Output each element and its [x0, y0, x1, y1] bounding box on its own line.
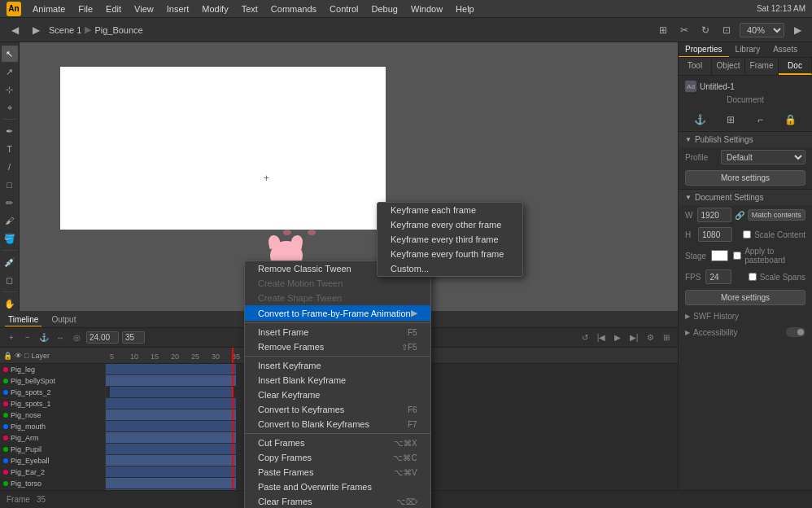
tab-assets[interactable]: Assets [766, 42, 804, 57]
clip-icon[interactable]: ✂ [676, 22, 692, 38]
ctx-insert-frame[interactable]: Insert Frame F5 [245, 325, 430, 339]
free-transform-tool[interactable]: ⊹ [2, 81, 18, 98]
ctx-cut-frames[interactable]: Cut Frames ⌥⌘X [245, 436, 430, 450]
tl-motion-icon[interactable]: ↔ [54, 331, 67, 344]
menu-edit[interactable]: Edit [101, 2, 126, 15]
ctx-convert-frame-by-frame[interactable]: Convert to Frame-by-Frame Animation ▶ [245, 305, 430, 321]
submenu-keyframe-custom[interactable]: Custom... [378, 261, 522, 276]
width-input[interactable] [697, 208, 731, 222]
panel-tab-frame[interactable]: Frame [745, 58, 779, 75]
forward-button[interactable]: ▶ [28, 22, 44, 38]
tl-play-btn[interactable]: ▶ [611, 331, 624, 344]
menu-help[interactable]: Help [451, 2, 479, 15]
tl-frame-counter[interactable] [86, 331, 119, 344]
swf-history-row[interactable]: ▶ SWF History [679, 309, 812, 324]
back-button[interactable]: ◀ [7, 22, 23, 38]
layer-pig-arm-1[interactable]: Pig_Arm [0, 432, 105, 444]
eyedropper-tool[interactable]: 💉 [2, 254, 18, 270]
layer-pig-ear-2[interactable]: Pig_Ear_2 [0, 466, 105, 478]
tab-library[interactable]: Library [729, 42, 767, 57]
menu-insert[interactable]: Insert [162, 2, 194, 15]
anchor-icon[interactable]: ⚓ [693, 112, 708, 127]
tl-expand-icon[interactable]: ⊞ [660, 331, 673, 344]
line-tool[interactable]: / [2, 159, 18, 175]
ctx-convert-keyframes[interactable]: Convert to Keyframes F6 [245, 402, 430, 417]
document-settings-header[interactable]: ▼ Document Settings [679, 189, 812, 205]
ctx-create-shape-tween[interactable]: Create Shape Tween [245, 291, 430, 305]
rotate-icon[interactable]: ↻ [697, 22, 714, 38]
link-icon[interactable]: 🔗 [735, 211, 744, 220]
eraser-tool[interactable]: ◻ [2, 272, 18, 288]
layer-pig-mouth[interactable]: Pig_mouth [0, 421, 105, 432]
menu-window[interactable]: Window [406, 2, 447, 15]
brush-tool[interactable]: 🖌 [2, 212, 18, 229]
select-tool[interactable]: ↖ [2, 46, 18, 62]
apply-pasteboard-checkbox[interactable] [733, 252, 741, 260]
layer-pig-leg-1[interactable]: Pig_leg [0, 364, 105, 375]
profile-select[interactable]: Default [721, 150, 805, 164]
layer-pig-eyeball[interactable]: Pig_Eyeball [0, 455, 105, 466]
tl-prev-frame[interactable]: |◀ [595, 331, 608, 344]
ctx-clear-keyframe[interactable]: Clear Keyframe [245, 388, 430, 402]
submenu-keyframe-every-other[interactable]: Keyframe every other frame [378, 217, 522, 232]
panel-tab-tool[interactable]: Tool [679, 58, 712, 75]
menu-file[interactable]: File [73, 2, 98, 15]
panel-tab-object[interactable]: Object [712, 58, 745, 75]
ctx-paste-frames[interactable]: Paste Frames ⌥⌘V [245, 465, 430, 480]
tl-guide-icon[interactable]: ⚓ [37, 331, 50, 344]
more-settings-doc-button[interactable]: More settings [685, 290, 805, 305]
tl-frame-number[interactable] [122, 331, 145, 344]
menu-debug[interactable]: Debug [367, 2, 403, 15]
more-settings-publish-button[interactable]: More settings [685, 170, 805, 186]
fps-input[interactable] [705, 269, 731, 284]
grid-icon[interactable]: ⊞ [655, 22, 671, 38]
ctx-insert-keyframe[interactable]: Insert Keyframe [245, 358, 430, 373]
pencil-tool[interactable]: ✏ [2, 195, 18, 211]
tl-new-layer[interactable]: + [5, 331, 18, 344]
layer-pig-torso[interactable]: Pig_torso [0, 478, 105, 489]
text-tool[interactable]: T [2, 141, 18, 157]
match-contents-button[interactable]: Match contents [748, 209, 805, 221]
menu-modify[interactable]: Modify [197, 2, 233, 15]
corner-icon[interactable]: ⌐ [753, 112, 768, 127]
ctx-insert-blank-keyframe[interactable]: Insert Blank Keyframe [245, 373, 430, 388]
layer-pig-bellyspot[interactable]: Pig_bellySpot [0, 375, 105, 387]
menu-control[interactable]: Control [325, 2, 363, 15]
ctx-create-motion-tween[interactable]: Create Motion Tween [245, 276, 430, 291]
menu-text[interactable]: Text [237, 2, 263, 15]
lasso-tool[interactable]: ⌖ [2, 99, 18, 116]
layer-pig-nose[interactable]: Pig_nose [0, 409, 105, 421]
tab-output[interactable]: Output [48, 313, 79, 326]
ctx-clear-frames[interactable]: Clear Frames ⌥⌦ [245, 494, 430, 508]
tl-loop-icon[interactable]: ↺ [578, 331, 592, 344]
menu-animate[interactable]: Animate [28, 2, 70, 15]
ctx-paste-overwrite-frames[interactable]: Paste and Overwrite Frames [245, 480, 430, 494]
scale-spans-checkbox[interactable] [749, 273, 757, 281]
publish-settings-header[interactable]: ▼ Publish Settings [679, 131, 812, 147]
layer-pig-spots-2[interactable]: Pig_spots_2 [0, 387, 105, 398]
height-input[interactable] [698, 227, 732, 242]
lock-icon[interactable]: 🔒 [784, 112, 798, 127]
zoom-select[interactable]: 40% [740, 23, 784, 37]
transform-icon[interactable]: ⊞ [723, 112, 738, 127]
tl-delete-layer[interactable]: − [21, 331, 34, 344]
ctx-copy-frames[interactable]: Copy Frames ⌥⌘C [245, 450, 430, 465]
submenu-keyframe-every-fourth[interactable]: Keyframe every fourth frame [378, 247, 522, 261]
menu-view[interactable]: View [129, 2, 159, 15]
tl-settings-icon[interactable]: ⚙ [644, 331, 657, 344]
fit-icon[interactable]: ⊡ [718, 22, 735, 38]
tab-timeline[interactable]: Timeline [5, 313, 41, 326]
play-icon[interactable]: ▶ [789, 22, 805, 38]
shape-tool[interactable]: □ [2, 177, 18, 193]
paint-bucket-tool[interactable]: 🪣 [2, 230, 18, 247]
layer-pig-spots-1[interactable]: Pig_spots_1 [0, 398, 105, 409]
tl-onion-skin[interactable]: ◎ [70, 331, 83, 344]
ctx-convert-blank-keyframes[interactable]: Convert to Blank Keyframes F7 [245, 417, 430, 431]
stage-color-picker[interactable] [711, 250, 728, 261]
subselect-tool[interactable]: ↗ [2, 64, 18, 80]
hand-tool[interactable]: ✋ [2, 296, 18, 312]
pen-tool[interactable]: ✒ [2, 123, 18, 139]
ctx-remove-frames[interactable]: Remove Frames ⇧F5 [245, 339, 430, 354]
scale-content-checkbox[interactable] [743, 230, 751, 239]
tab-properties[interactable]: Properties [679, 42, 729, 57]
